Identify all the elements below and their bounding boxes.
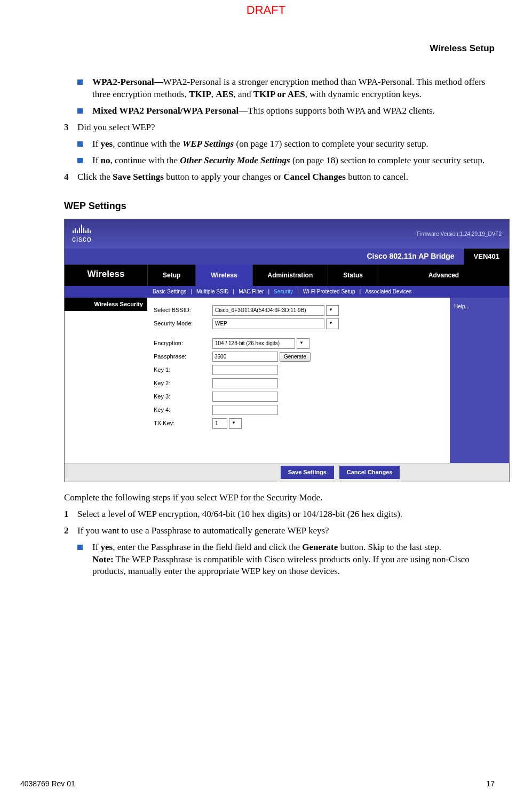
body-content: WPA2-Personal—WPA2-Personal is a stronge… <box>64 76 495 578</box>
sep: | <box>268 288 269 296</box>
t: no <box>101 155 110 165</box>
row-key1: Key 1: <box>154 365 443 376</box>
ui-title-bar: Cisco 802.11n AP Bridge VEN401 <box>65 249 509 265</box>
lead: WPA2-Personal— <box>92 77 163 87</box>
cisco-logo: cisco <box>72 224 92 244</box>
t: button. Skip to the last step. <box>338 542 441 552</box>
row-encryption: Encryption: 104 / 128-bit (26 hex digits… <box>154 338 443 349</box>
t: button to apply your changes or <box>164 172 283 182</box>
ui-subnav: Basic Settings| Multiple SSID| MAC Filte… <box>65 286 509 298</box>
t: This options supports both WPA and WPA2 … <box>248 106 434 116</box>
tab-setup[interactable]: Setup <box>147 265 195 286</box>
panel-title: Wireless Security <box>65 298 147 311</box>
generate-button[interactable]: Generate <box>280 352 311 362</box>
row-secmode: Security Mode: WEP ▼ <box>154 318 443 329</box>
t: , with dynamic encryption keys. <box>305 89 422 99</box>
row-key4: Key 4: <box>154 405 443 416</box>
input-key2[interactable] <box>212 378 278 388</box>
label-key3: Key 3: <box>154 393 212 401</box>
cancel-changes-button[interactable]: Cancel Changes <box>339 466 400 479</box>
input-key3[interactable] <box>212 392 278 402</box>
nav-tabs: Setup Wireless Administration Status Adv… <box>147 265 509 286</box>
row-key2: Key 2: <box>154 378 443 389</box>
ui-header: cisco Firmware Version:1.24.29.19_DVT2 <box>65 219 509 249</box>
t: Other Security Mode Settings <box>180 155 290 165</box>
bullet-yes: If yes, continue with the WEP Settings (… <box>77 138 495 150</box>
lead: Mixed WPA2 Personal/WPA Personal <box>92 106 239 116</box>
ui-left-col: Wireless Security <box>65 298 147 463</box>
chevron-down-icon[interactable]: ▼ <box>229 418 242 429</box>
t: The WEP Passphrase is compatible with Ci… <box>92 554 470 577</box>
input-key4[interactable] <box>212 405 278 415</box>
t: yes <box>101 139 113 149</box>
subtab-mac-filter[interactable]: MAC Filter <box>239 288 264 296</box>
ui-nav: Wireless Setup Wireless Administration S… <box>65 265 509 286</box>
v: 3600 <box>215 353 226 361</box>
page-number: 17 <box>486 779 495 789</box>
t: WEP Settings <box>182 139 234 149</box>
sep: | <box>190 288 192 296</box>
wep-heading: WEP Settings <box>64 200 495 212</box>
tab-advanced[interactable]: Advanced <box>378 265 509 286</box>
label-key2: Key 2: <box>154 379 212 387</box>
subtab-basic[interactable]: Basic Settings <box>153 288 186 296</box>
row-txkey: TX Key: 1 ▼ <box>154 418 443 429</box>
t: Click the <box>77 172 113 182</box>
v: Cisco_6F3D119A(54:D4:6F:3D:11:9B) <box>215 307 306 314</box>
subtab-wps[interactable]: Wi-Fi Protected Setup <box>303 288 355 296</box>
select-txkey[interactable]: 1 ▼ <box>212 418 242 429</box>
select-encryption[interactable]: 104 / 128-bit (26 hex digits) ▼ <box>212 338 309 349</box>
bullet-text: If no, continue with the Other Security … <box>92 155 495 167</box>
t: (on page 17) section to complete your se… <box>234 139 428 149</box>
t: Generate <box>302 542 338 552</box>
input-passphrase[interactable]: 3600 <box>212 352 278 362</box>
t: TKIP or AES <box>253 89 305 99</box>
select-secmode[interactable]: WEP ▼ <box>212 318 339 329</box>
page: DRAFT Wireless Setup WPA2-Personal—WPA2-… <box>0 0 532 805</box>
ui-body: Wireless Security Select BSSID: Cisco_6F… <box>65 298 509 463</box>
step-3: 3 Did you select WEP? <box>64 122 495 134</box>
input-key1[interactable] <box>212 365 278 375</box>
bullet-no: If no, continue with the Other Security … <box>77 155 495 167</box>
bullet-icon <box>77 141 83 147</box>
subtab-assoc-devices[interactable]: Associated Devices <box>365 288 411 296</box>
tab-administration[interactable]: Administration <box>252 265 328 286</box>
save-settings-button[interactable]: Save Settings <box>281 466 334 479</box>
step-text: If you want to use a Passphrase to autom… <box>77 525 495 537</box>
t: TKIP <box>189 89 211 99</box>
chevron-down-icon[interactable]: ▼ <box>326 318 339 329</box>
t: If <box>92 155 101 165</box>
tab-wireless[interactable]: Wireless <box>195 265 252 286</box>
page-footer: 4038769 Rev 01 17 <box>20 779 495 789</box>
label-key1: Key 1: <box>154 366 212 374</box>
bullet-text: If yes, continue with the WEP Settings (… <box>92 138 495 150</box>
t: (on page 18) section to complete your se… <box>290 155 485 165</box>
step-4: 4 Click the Save Settings button to appl… <box>64 171 495 184</box>
v: WEP <box>215 320 227 328</box>
t: yes <box>101 542 113 552</box>
draft-watermark: DRAFT <box>247 2 285 18</box>
help-link[interactable]: Help... <box>454 304 470 309</box>
step-num: 3 <box>64 122 77 134</box>
bullet-mixed: Mixed WPA2 Personal/WPA Personal—This op… <box>77 105 495 117</box>
firmware-version: Firmware Version:1.24.29.19_DVT2 <box>417 230 502 238</box>
bullet-icon <box>77 108 83 114</box>
t: Save Settings <box>113 172 164 182</box>
chevron-down-icon[interactable]: ▼ <box>297 338 309 349</box>
subtab-multiple-ssid[interactable]: Multiple SSID <box>196 288 229 296</box>
bullet-icon <box>77 158 83 163</box>
chevron-down-icon[interactable]: ▼ <box>326 305 339 316</box>
t: , continue with the <box>113 139 182 149</box>
label-bssid: Select BSSID: <box>154 306 212 314</box>
t: If <box>92 542 101 552</box>
help-panel: Help... <box>450 298 509 463</box>
step-num: 1 <box>64 508 77 521</box>
step-text: Select a level of WEP encryption, 40/64-… <box>77 508 495 521</box>
nav-title: Wireless <box>65 265 147 286</box>
bullet-icon <box>77 545 83 550</box>
subtab-security[interactable]: Security <box>274 288 293 296</box>
tab-status[interactable]: Status <box>328 265 378 286</box>
sep: | <box>297 288 299 296</box>
sep: | <box>233 288 235 296</box>
select-bssid[interactable]: Cisco_6F3D119A(54:D4:6F:3D:11:9B) ▼ <box>212 305 339 316</box>
